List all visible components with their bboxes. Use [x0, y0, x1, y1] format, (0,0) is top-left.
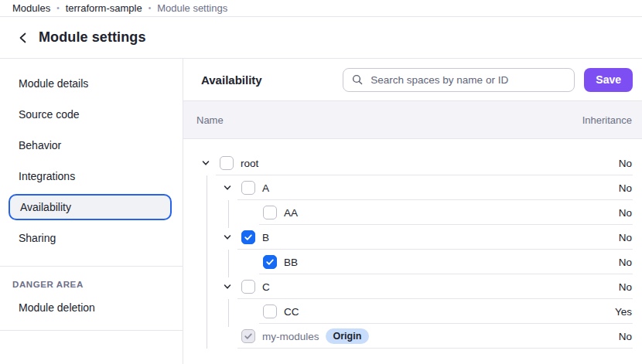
- space-name: C: [262, 281, 270, 293]
- breadcrumb-item[interactable]: Modules: [12, 2, 50, 14]
- sidebar-item-behavior[interactable]: Behavior: [0, 130, 183, 161]
- breadcrumb-item[interactable]: Module settings: [157, 2, 227, 14]
- check-icon: [244, 233, 253, 242]
- table-row: CNo: [183, 274, 642, 299]
- inheritance-value: No: [619, 331, 642, 342]
- space-checkbox[interactable]: [263, 304, 277, 318]
- back-button[interactable]: [14, 29, 32, 47]
- inheritance-value: No: [619, 281, 642, 293]
- settings-sidebar: Module detailsSource codeBehaviorIntegra…: [0, 59, 183, 364]
- table-row: ANo: [183, 175, 642, 200]
- chevron-down-icon: [201, 158, 210, 168]
- space-name: AA: [284, 207, 298, 219]
- inheritance-value: No: [619, 182, 642, 194]
- breadcrumb-separator: •: [149, 4, 152, 12]
- chevron-toggle[interactable]: [222, 281, 233, 292]
- table-row: CCYes: [183, 299, 642, 324]
- inheritance-value: No: [619, 158, 642, 169]
- inheritance-value: No: [619, 257, 642, 268]
- space-checkbox[interactable]: [241, 230, 255, 244]
- availability-header: Availability Save: [183, 59, 642, 101]
- breadcrumb-separator: •: [56, 4, 60, 12]
- availability-panel: Availability Save Name Inheritance rootN…: [183, 59, 642, 364]
- space-tree: rootNoANoAANoBNoBBNoCNoCCYesmy-modulesOr…: [183, 139, 642, 364]
- section-title: Availability: [201, 73, 262, 87]
- space-name: root: [241, 158, 258, 169]
- row-divider: [237, 348, 633, 349]
- space-name: my-modules: [262, 331, 319, 342]
- save-button[interactable]: Save: [584, 68, 633, 92]
- breadcrumb: Modules•terraform-sample•Module settings: [0, 0, 642, 17]
- chevron-down-icon: [223, 233, 232, 242]
- space-checkbox[interactable]: [241, 181, 255, 195]
- space-name: CC: [284, 306, 299, 318]
- table-row: AANo: [183, 200, 642, 225]
- inheritance-value: Yes: [615, 306, 642, 318]
- chevron-toggle[interactable]: [222, 182, 233, 193]
- page-header: Module settings: [0, 17, 642, 59]
- sidebar-item-module-deletion[interactable]: Module deletion: [0, 292, 183, 323]
- arrow-left-icon: [16, 31, 30, 45]
- chevron-down-icon: [223, 183, 232, 192]
- sidebar-item-module-details[interactable]: Module details: [0, 68, 183, 99]
- inheritance-value: No: [619, 207, 642, 219]
- tree-guide-line: [228, 299, 229, 327]
- tree-guide-line: [207, 175, 207, 349]
- danger-area-label: DANGER AREA: [0, 267, 183, 292]
- page-title: Module settings: [39, 29, 146, 46]
- origin-badge: Origin: [326, 328, 370, 344]
- table-header: Name Inheritance: [183, 101, 642, 139]
- breadcrumb-item[interactable]: terraform-sample: [66, 2, 142, 14]
- table-row: BNo: [183, 225, 642, 250]
- table-row: my-modulesOriginNo: [183, 324, 642, 349]
- sidebar-item-source-code[interactable]: Source code: [0, 99, 183, 130]
- check-icon: [265, 257, 275, 267]
- space-checkbox: [241, 329, 255, 343]
- column-header-inheritance: Inheritance: [582, 114, 642, 126]
- chevron-toggle[interactable]: [222, 232, 233, 243]
- sidebar-divider-bottom: [0, 330, 183, 331]
- inheritance-value: No: [619, 232, 642, 243]
- space-checkbox[interactable]: [263, 206, 277, 219]
- column-header-name: Name: [183, 114, 224, 126]
- tree-guide-line: [228, 250, 229, 277]
- sidebar-item-integrations[interactable]: Integrations: [0, 161, 183, 192]
- chevron-toggle[interactable]: [200, 158, 211, 168]
- search-input[interactable]: [371, 74, 566, 86]
- table-row: BBNo: [183, 250, 642, 274]
- space-checkbox[interactable]: [241, 280, 255, 294]
- sidebar-item-sharing[interactable]: Sharing: [0, 223, 183, 253]
- space-name: BB: [284, 257, 298, 268]
- search-box[interactable]: [343, 68, 575, 92]
- sidebar-item-availability[interactable]: Availability: [9, 194, 172, 220]
- tree-guide-line: [228, 200, 229, 228]
- space-checkbox[interactable]: [220, 156, 234, 170]
- table-row: rootNo: [183, 151, 642, 175]
- space-checkbox[interactable]: [263, 255, 277, 269]
- check-icon: [244, 332, 253, 341]
- space-name: B: [262, 232, 269, 243]
- chevron-down-icon: [223, 282, 232, 291]
- space-name: A: [262, 182, 269, 194]
- search-icon: [351, 73, 364, 86]
